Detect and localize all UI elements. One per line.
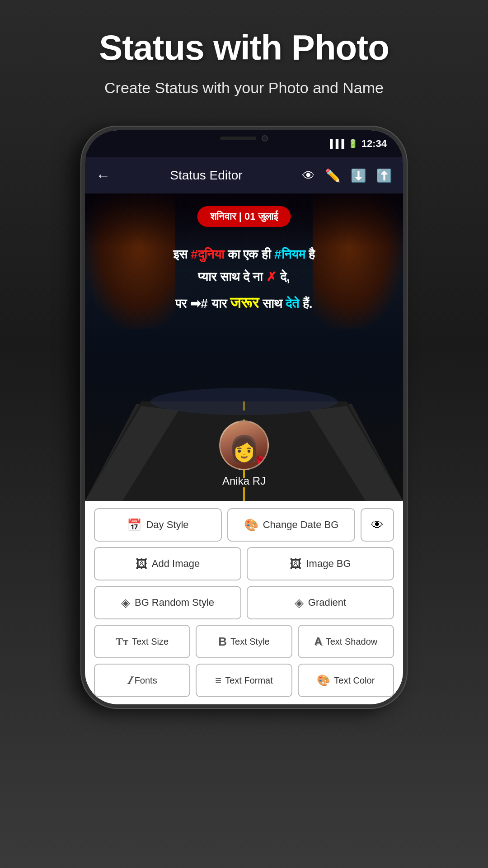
status-bar: ▐▐▐ 🔋 12:34 (85, 130, 403, 157)
controls-row-1: 📅 Day Style 🎨 Change Date BG 👁 (94, 508, 394, 542)
camera-dot (262, 135, 268, 142)
text-style-icon: B (218, 635, 227, 649)
controls-panel: 📅 Day Style 🎨 Change Date BG 👁 🖼 (85, 501, 403, 704)
text-style-button[interactable]: B Text Style (196, 625, 292, 658)
profile-name: Anika RJ (222, 475, 266, 487)
date-badge: शनिवार | 01 जुलाई (197, 206, 291, 227)
text-shadow-icon: A (314, 635, 322, 648)
fonts-button[interactable]: 𝐼 Fonts (94, 664, 190, 697)
battery-icon: 🔋 (348, 139, 358, 149)
quote-container: इस #दुनिया का एक ही #नियम है प्यार साथ द… (85, 234, 403, 326)
gradient-label: Gradient (308, 597, 346, 609)
gradient-icon: ◈ (295, 596, 304, 610)
paint-icon: 🎨 (244, 518, 258, 532)
canvas-area: शनिवार | 01 जुलाई इस #दुनिया का एक ही #न… (85, 193, 403, 501)
speaker (220, 137, 256, 140)
fonts-icon: 𝐼 (127, 674, 131, 687)
eye-toggle-icon: 👁 (371, 518, 384, 533)
text-color-label: Text Color (334, 675, 375, 686)
app-bar-actions: 👁 ✏️ ⬇️ ⬆️ (302, 168, 392, 183)
status-time: 12:34 (361, 138, 387, 150)
quote-line-2: प्यार साथ दे ना ✗ दे, (96, 266, 392, 288)
back-button[interactable]: ← (96, 167, 110, 184)
image-bg-icon: 🖼 (290, 557, 301, 571)
avatar: 👩 🌹 (219, 420, 269, 470)
svg-point-7 (150, 388, 338, 415)
text-size-button[interactable]: Tт Text Size (94, 625, 190, 658)
add-image-label: Add Image (152, 558, 200, 570)
text-shadow-label: Text Shadow (326, 637, 378, 647)
text-format-button[interactable]: ≡ Text Format (196, 664, 292, 697)
controls-row-5: 𝐼 Fonts ≡ Text Format 🎨 Text Color (94, 664, 394, 697)
image-bg-button[interactable]: 🖼 Image BG (247, 547, 394, 580)
phone-wrapper: ▐▐▐ 🔋 12:34 ← Status Editor 👁 ✏️ ⬇️ ⬆️ (81, 127, 407, 708)
signal-icon: ▐▐▐ (327, 139, 344, 149)
app-bar: ← Status Editor 👁 ✏️ ⬇️ ⬆️ (85, 157, 403, 193)
quote-line-1: इस #दुनिया का एक ही #नियम है (96, 243, 392, 266)
text-format-icon: ≡ (215, 674, 221, 687)
controls-row-3: ◈ BG Random Style ◈ Gradient (94, 586, 394, 619)
quote-line-3: पर ➡# यार जरूर साथ देते हैं. (96, 289, 392, 316)
download-icon[interactable]: ⬇️ (351, 168, 366, 183)
text-size-label: Text Size (132, 637, 169, 647)
controls-row-2: 🖼 Add Image 🖼 Image BG (94, 547, 394, 580)
pen-icon[interactable]: ✏️ (325, 168, 341, 183)
fonts-label: Fonts (135, 675, 157, 686)
bg-random-style-label: BG Random Style (135, 597, 214, 609)
bg-random-style-button[interactable]: ◈ BG Random Style (94, 586, 241, 619)
eye-toggle-button[interactable]: 👁 (361, 508, 394, 542)
app-bar-title: Status Editor (119, 168, 293, 183)
app-subtitle: Create Status with your Photo and Name (0, 79, 488, 97)
day-style-label: Day Style (146, 519, 188, 531)
phone-screen: ▐▐▐ 🔋 12:34 ← Status Editor 👁 ✏️ ⬇️ ⬆️ (85, 130, 403, 704)
change-date-bg-button[interactable]: 🎨 Change Date BG (227, 508, 355, 542)
share-icon[interactable]: ⬆️ (376, 168, 392, 183)
text-shadow-button[interactable]: A Text Shadow (298, 625, 394, 658)
bg-random-icon: ◈ (121, 596, 130, 610)
controls-row-4: Tт Text Size B Text Style A Text Shadow (94, 625, 394, 658)
status-icons: ▐▐▐ 🔋 12:34 (327, 138, 387, 150)
image-bg-label: Image BG (306, 558, 351, 570)
notch (199, 130, 289, 146)
text-color-icon: 🎨 (317, 674, 330, 687)
profile-section: 👩 🌹 Anika RJ (219, 420, 269, 487)
calendar-icon: 📅 (127, 518, 141, 532)
text-style-label: Text Style (230, 637, 270, 647)
change-date-bg-label: Change Date BG (263, 519, 339, 531)
gradient-button[interactable]: ◈ Gradient (247, 586, 394, 619)
phone-frame: ▐▐▐ 🔋 12:34 ← Status Editor 👁 ✏️ ⬇️ ⬆️ (81, 127, 407, 708)
app-title: Status with Photo (0, 0, 488, 68)
image-add-icon: 🖼 (136, 557, 147, 571)
day-style-button[interactable]: 📅 Day Style (94, 508, 222, 542)
text-format-label: Text Format (225, 675, 273, 686)
add-image-button[interactable]: 🖼 Add Image (94, 547, 241, 580)
text-color-button[interactable]: 🎨 Text Color (298, 664, 394, 697)
text-size-icon: Tт (116, 636, 128, 648)
eye-icon[interactable]: 👁 (302, 168, 315, 183)
